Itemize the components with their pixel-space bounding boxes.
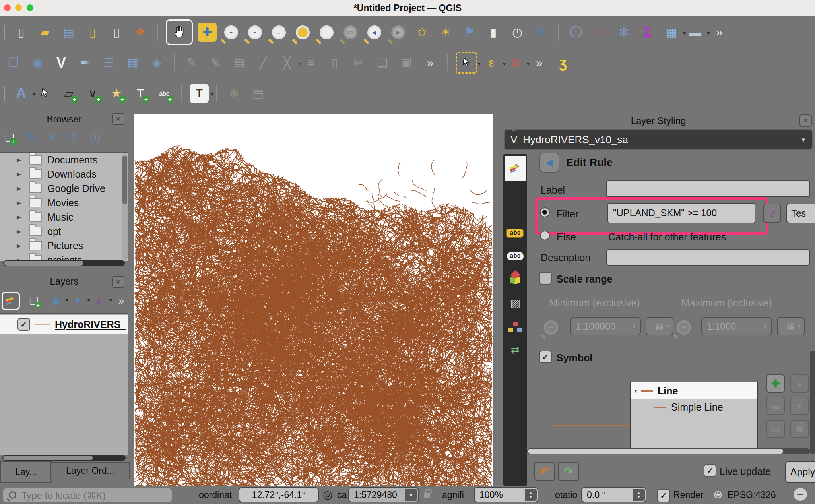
show-layout-manager[interactable]: ▯ (107, 23, 126, 42)
scale-combo[interactable]: 1:5729480 ▼ (348, 487, 419, 502)
expander-icon[interactable]: ▶ (17, 157, 25, 163)
browser-item-movies[interactable]: ▶Movies (0, 196, 128, 210)
styling-horizontal-scrollbar[interactable] (527, 448, 810, 454)
description-input[interactable] (606, 249, 810, 266)
layers-extension[interactable]: » (113, 293, 129, 309)
tab-symbology-tree[interactable] (503, 316, 527, 337)
tab-labels[interactable]: abc (503, 223, 527, 243)
show-spatial-bookmarks[interactable]: ✶ (436, 23, 455, 42)
chevron-down-icon[interactable]: ▾ (299, 60, 301, 67)
temporal-controller[interactable]: ◷ (508, 23, 527, 42)
set-min-from-canvas-button[interactable]: ▦▼ (646, 317, 673, 335)
new-virtual-layer[interactable]: ◈ (147, 53, 166, 72)
maximum-scale-combo[interactable]: 1:1000▼ (701, 317, 772, 335)
pan-to-selection[interactable]: ✚ (198, 23, 217, 42)
add-line-feature[interactable]: ╱ (254, 53, 273, 72)
tab-history[interactable]: ⇄ (503, 339, 527, 360)
annotation-select[interactable] (35, 84, 54, 103)
python-console[interactable]: ʒ (553, 53, 572, 72)
globe-crs-icon[interactable]: ⊕ (713, 488, 722, 501)
expander-icon[interactable]: ▶ (17, 214, 25, 220)
project-open[interactable]: ▰ (35, 23, 54, 42)
back-button[interactable]: ◀ (539, 153, 559, 173)
browser-item-pictures[interactable]: ▶Pictures (0, 238, 128, 253)
current-edits[interactable]: ✎ (182, 53, 201, 72)
new-spatial-bookmark[interactable]: ✩ (412, 23, 431, 42)
pan-map[interactable] (166, 19, 193, 45)
new-map-view[interactable]: ▤ (248, 84, 268, 103)
vertex-tool[interactable]: ╳▾ (277, 53, 297, 72)
add-vector-layer[interactable]: V (52, 53, 71, 72)
copy-features[interactable]: ❏ (373, 53, 392, 72)
messages-bubble-icon[interactable]: ••• (794, 488, 807, 501)
open-data-source-manager[interactable]: ❐ (4, 53, 23, 72)
tab-symbology[interactable] (505, 156, 526, 181)
select-by-expression[interactable]: ε▾ (482, 53, 501, 72)
toolbar-extension[interactable]: » (710, 23, 729, 42)
chevron-down-icon[interactable]: ▾ (683, 30, 686, 36)
minimum-scale-combo[interactable]: 1:100000▼ (570, 317, 641, 335)
add-form-annotation[interactable]: abc+ (155, 84, 174, 103)
zoom-to-layer[interactable] (317, 23, 336, 42)
browser-item-google-drive[interactable]: ▶Google Drive (0, 181, 128, 196)
expander-icon[interactable]: ▶ (17, 200, 25, 206)
zoom-in[interactable]: + (221, 23, 241, 42)
test-filter-button[interactable]: Tes (786, 204, 815, 223)
filter-by-expression[interactable]: ε▾ (91, 293, 107, 309)
set-max-from-canvas-button[interactable]: ▦▼ (777, 317, 805, 335)
toolbar-handle[interactable] (4, 86, 5, 101)
browser-item-opt[interactable]: ▶opt (0, 224, 128, 238)
zoom-to-selection[interactable] (293, 23, 312, 42)
collapse-all[interactable]: ⇑ (66, 130, 82, 145)
add-favorite[interactable]: ❏+ (2, 130, 17, 145)
chevron-down-icon[interactable]: ▾ (211, 91, 213, 97)
cut-features[interactable]: ✂ (349, 53, 368, 72)
symbol-tree-row-simple-line[interactable]: Simple Line (631, 399, 757, 415)
tab-layer-order[interactable]: Layer Ord... (50, 462, 130, 479)
filter-browser[interactable]: ▼ (45, 130, 60, 145)
redo-style-button[interactable]: ↷ (558, 462, 579, 481)
magnifier-spinbox[interactable]: 100% ▲▼ (474, 487, 538, 502)
else-radio[interactable] (540, 231, 550, 240)
measure-line[interactable]: ▬▾ (686, 23, 705, 42)
symbol-tree-row-line[interactable]: ▼ Line (631, 382, 757, 399)
extent-toggle-icon[interactable]: ◎ (323, 488, 332, 501)
zoom-last[interactable]: ◀ (365, 23, 384, 42)
chevron-down-icon[interactable]: ▾ (109, 297, 112, 303)
select-features[interactable]: ▾ (456, 52, 477, 74)
deselect-features[interactable]: ⊘▾ (506, 53, 525, 72)
undo-style-button[interactable]: ↶ (534, 462, 555, 481)
expander-icon[interactable]: ▶ (17, 228, 25, 235)
chevron-down-icon[interactable]: ▾ (527, 60, 530, 67)
zoom-out[interactable]: − (245, 23, 264, 42)
expander-icon[interactable]: ▼ (631, 388, 641, 394)
rotation-spinbox[interactable]: 0.0 ° ▲▼ (581, 487, 646, 502)
show-statistics[interactable]: Σ (638, 23, 657, 42)
coordinate-value[interactable]: 12.72°,-64.1° (239, 487, 319, 502)
live-update-checkbox[interactable]: ✓ (704, 464, 716, 477)
open-attribute-table[interactable]: ▦▾ (662, 23, 681, 42)
map-tips[interactable]: ✻ (225, 84, 244, 103)
close-browser-panel-icon[interactable]: ✕ (112, 113, 124, 125)
browser-item-music[interactable]: ▶Music (0, 210, 128, 224)
identify-features[interactable]: ⓘ (567, 23, 586, 42)
expander-icon[interactable]: ▶ (17, 171, 25, 177)
filter-expression-input[interactable]: "UPLAND_SKM" >= 100 (607, 203, 755, 223)
locator-input[interactable] (21, 488, 169, 503)
style-manager[interactable]: ❖ (131, 23, 150, 42)
lock-scale-icon[interactable] (424, 493, 430, 498)
tab-layers[interactable]: Lay... (0, 461, 52, 483)
filter-radio[interactable] (540, 207, 550, 217)
manage-map-themes[interactable]: ◉▾ (48, 293, 64, 309)
scale-range-checkbox[interactable] (539, 272, 552, 285)
paste-features[interactable]: ▣ (397, 53, 416, 72)
project-new[interactable]: ▯ (12, 23, 31, 42)
processing-toolbox[interactable]: ✻ (614, 23, 633, 42)
tab-diagrams[interactable]: ▨ (503, 293, 527, 313)
expression-builder-button[interactable]: ε (763, 204, 781, 223)
browser-item-documents[interactable]: ▶Documents (0, 153, 128, 167)
toolbar-handle[interactable] (4, 25, 5, 40)
spatial-bookmarks-manager[interactable]: ⚑ (460, 23, 479, 42)
toggle-editing[interactable]: ✎ (206, 53, 225, 72)
toolbar-extension-2[interactable]: » (421, 53, 440, 72)
